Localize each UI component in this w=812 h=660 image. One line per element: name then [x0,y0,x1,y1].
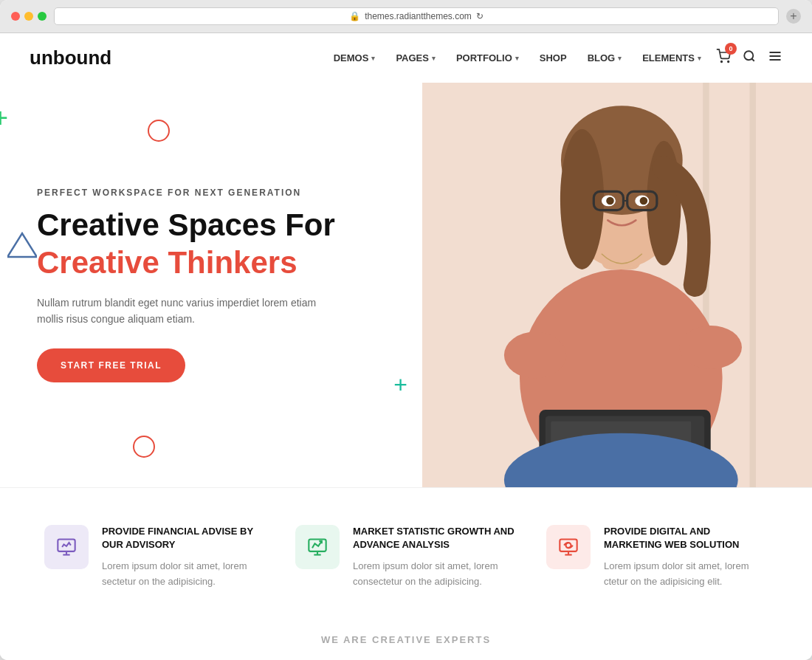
svg-point-23 [640,197,648,205]
feature-item-financial: PROVIDE FINANCIAL ADVISE BY OUR ADVISORY… [44,525,266,590]
chevron-down-icon: ▾ [698,55,701,62]
hero-title-red: Creative Thinkers [37,246,393,280]
feature-icon-market [295,525,340,569]
svg-rect-10 [750,83,756,487]
circle-decoration-2 [133,436,155,458]
hamburger-menu-icon[interactable] [768,49,782,67]
feature-title-digital: PROVIDE DIGITAL AND MARKETING WEB SOLUTI… [604,525,768,551]
svg-rect-36 [560,540,577,551]
traffic-lights [11,12,47,21]
svg-point-1 [728,61,729,63]
cart-count: 0 [725,43,737,55]
plus-decoration-2: + [393,371,407,399]
feature-desc-financial: Lorem ipsum dolor sit amet, lorem sectet… [102,559,266,590]
nav-item-blog[interactable]: BLOG ▾ [588,52,622,63]
search-icon[interactable] [743,49,756,66]
lock-icon: 🔒 [349,11,360,21]
svg-point-22 [606,197,614,205]
hero-left: + PERFECT WORKSPACE FOR NEXT GENERATION … [0,83,422,487]
hero-subtitle: PERFECT WORKSPACE FOR NEXT GENERATION [37,188,393,198]
nav-item-elements[interactable]: ELEMENTS ▾ [642,52,701,63]
hero-description: Nullam rutrum blandit eget nunc varius i… [37,295,317,328]
nav-item-demos[interactable]: DEMOS ▾ [334,52,376,63]
browser-chrome: 🔒 themes.radiantthemes.com ↻ + [0,0,812,33]
cta-button[interactable]: START FREE TRIAL [37,348,185,382]
svg-point-27 [504,331,566,378]
features-section: PROVIDE FINANCIAL ADVISE BY OUR ADVISORY… [0,487,812,619]
feature-item-digital: PROVIDE DIGITAL AND MARKETING WEB SOLUTI… [546,525,768,590]
triangle-decoration [7,230,37,263]
feature-desc-digital: Lorem ipsum dolor sit amet, lorem ctetur… [604,559,768,590]
maximize-button[interactable] [38,12,47,21]
feature-content-financial: PROVIDE FINANCIAL ADVISE BY OUR ADVISORY… [102,525,266,590]
feature-item-market: MARKET STATISTIC GROWTH AND ADVANCE ANAL… [295,525,517,590]
svg-point-2 [744,51,753,60]
close-button[interactable] [11,12,20,21]
feature-icon-financial [44,525,89,569]
navbar: unbound DEMOS ▾ PAGES ▾ PORTFOLIO ▾ SHOP [0,33,812,83]
bottom-teaser-text: WE ARE CREATIVE EXPERTS [30,634,782,645]
plus-decoration-1: + [0,105,8,131]
url-text: themes.radiantthemes.com [365,11,472,21]
feature-content-digital: PROVIDE DIGITAL AND MARKETING WEB SOLUTI… [604,525,768,590]
chevron-down-icon: ▾ [618,55,622,62]
svg-line-3 [751,58,754,61]
chevron-down-icon: ▾ [432,55,436,62]
nav-item-portfolio[interactable]: PORTFOLIO ▾ [456,52,519,63]
cart-icon[interactable]: 0 [716,49,731,67]
bottom-teaser: WE ARE CREATIVE EXPERTS [0,619,812,660]
minimize-button[interactable] [24,12,33,21]
nav-item-shop[interactable]: SHOP [540,52,567,63]
hero-image [422,83,812,487]
feature-icon-digital [546,525,591,569]
nav-links: DEMOS ▾ PAGES ▾ PORTFOLIO ▾ SHOP BLOG ▾ [334,52,701,63]
address-bar[interactable]: 🔒 themes.radiantthemes.com ↻ [54,7,779,25]
svg-point-28 [679,326,741,369]
hero-title-black: Creative Spaces For [37,208,393,242]
nav-item-pages[interactable]: PAGES ▾ [396,52,436,63]
feature-title-market: MARKET STATISTIC GROWTH AND ADVANCE ANAL… [353,525,517,551]
feature-content-market: MARKET STATISTIC GROWTH AND ADVANCE ANAL… [353,525,517,590]
circle-decoration-1 [148,120,170,142]
chevron-down-icon: ▾ [515,55,519,62]
nav-icons: 0 [716,49,782,67]
site-logo[interactable]: unbound [30,47,111,69]
browser-window: 🔒 themes.radiantthemes.com ↻ + unbound D… [0,0,812,660]
svg-marker-7 [7,233,37,257]
new-tab-button[interactable]: + [786,9,801,24]
feature-desc-market: Lorem ipsum dolor sit amet, lorem consec… [353,559,517,590]
chevron-down-icon: ▾ [371,55,375,62]
hero-section: + PERFECT WORKSPACE FOR NEXT GENERATION … [0,83,812,487]
feature-title-financial: PROVIDE FINANCIAL ADVISE BY OUR ADVISORY [102,525,266,551]
hero-photo-bg [422,83,812,487]
svg-point-0 [721,61,723,63]
page-content: unbound DEMOS ▾ PAGES ▾ PORTFOLIO ▾ SHOP [0,33,812,660]
refresh-icon[interactable]: ↻ [476,11,484,21]
svg-point-15 [560,129,604,269]
